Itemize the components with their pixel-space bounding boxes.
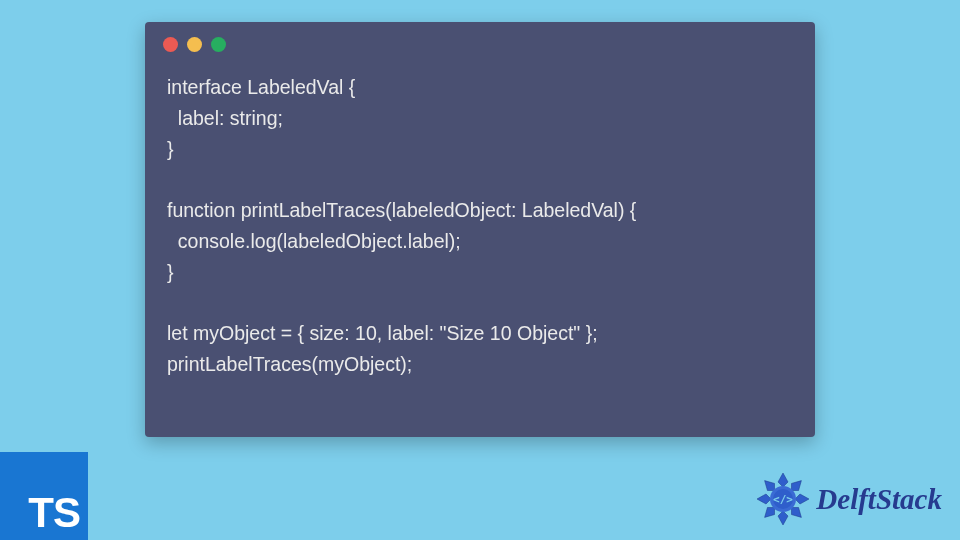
brand-mandala-icon: </> [754, 470, 812, 528]
brand-logo: </> DelftStack [754, 470, 942, 528]
close-icon [163, 37, 178, 52]
brand-name: DelftStack [816, 483, 942, 516]
svg-text:</>: </> [773, 493, 793, 506]
code-window: interface LabeledVal { label: string; } … [145, 22, 815, 437]
code-content: interface LabeledVal { label: string; } … [145, 52, 815, 400]
window-controls [145, 22, 815, 52]
typescript-badge: TS [0, 452, 88, 540]
maximize-icon [211, 37, 226, 52]
minimize-icon [187, 37, 202, 52]
typescript-badge-label: TS [28, 492, 80, 534]
